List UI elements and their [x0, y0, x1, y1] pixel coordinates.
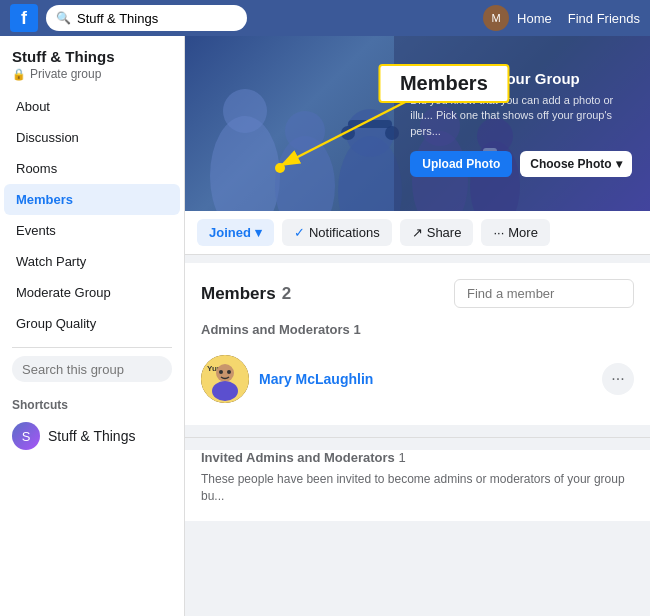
members-label-box: Members: [378, 64, 510, 103]
cover-text-overlay: Personalize Your Group Did you know that…: [394, 36, 650, 211]
group-subtitle: 🔒 Private group: [0, 67, 184, 91]
svg-point-22: [227, 370, 231, 374]
svg-point-21: [219, 370, 223, 374]
svg-point-20: [212, 381, 238, 401]
sidebar-item-moderate-group[interactable]: Moderate Group: [4, 277, 180, 308]
main-content: Members Personalize Your Group Did you k…: [185, 36, 650, 616]
sidebar-item-members[interactable]: Members: [4, 184, 180, 215]
member-name[interactable]: Mary McLaughlin: [259, 371, 373, 387]
members-count: 2: [282, 284, 291, 304]
invited-admins-title: Invited Admins and Moderators 1: [201, 450, 634, 465]
svg-point-1: [223, 89, 267, 133]
nav-links: Home Find Friends: [517, 11, 640, 26]
section-divider: [185, 437, 650, 438]
sidebar-item-rooms[interactable]: Rooms: [4, 153, 180, 184]
ellipsis-icon: ···: [493, 225, 504, 240]
checkmark-icon: ✓: [294, 225, 305, 240]
sidebar: Stuff & Things 🔒 Private group About Dis…: [0, 36, 185, 616]
members-section: Members 2 Admins and Moderators 1 Yup: [185, 263, 650, 425]
member-options-button[interactable]: ···: [602, 363, 634, 395]
member-item: Yup Mary McLaughlin ···: [201, 349, 634, 409]
home-link[interactable]: Home: [517, 11, 552, 26]
sidebar-item-watch-party[interactable]: Watch Party: [4, 246, 180, 277]
choose-photo-button[interactable]: Choose Photo ▾: [520, 151, 631, 177]
invited-section: Invited Admins and Moderators 1 These pe…: [185, 450, 650, 521]
svg-rect-6: [348, 120, 392, 128]
more-button[interactable]: ··· More: [481, 219, 549, 246]
group-title: Stuff & Things: [0, 48, 184, 67]
search-group-container[interactable]: 🔍: [12, 356, 172, 382]
svg-point-19: [216, 364, 234, 382]
find-friends-link[interactable]: Find Friends: [568, 11, 640, 26]
top-navigation: f 🔍 M Home Find Friends: [0, 0, 650, 36]
share-icon: ↗: [412, 225, 423, 240]
find-member-input[interactable]: [454, 279, 634, 308]
admins-subtitle: Admins and Moderators 1: [201, 322, 634, 337]
search-bar[interactable]: 🔍: [46, 5, 247, 31]
search-icon: 🔍: [56, 11, 71, 25]
svg-point-7: [341, 126, 355, 140]
action-bar: Joined ▾ ✓ Notifications ↗ Share ··· Mor…: [185, 211, 650, 255]
member-avatar: Yup: [201, 355, 249, 403]
search-group-input[interactable]: [22, 362, 185, 377]
notifications-button[interactable]: ✓ Notifications: [282, 219, 392, 246]
shortcut-item[interactable]: S Stuff & Things: [0, 416, 184, 456]
chevron-down-icon: ▾: [255, 225, 262, 240]
members-header: Members 2: [201, 279, 634, 308]
chevron-down-icon: ▾: [616, 157, 622, 171]
joined-button[interactable]: Joined ▾: [197, 219, 274, 246]
sidebar-item-events[interactable]: Events: [4, 215, 180, 246]
sidebar-item-discussion[interactable]: Discussion: [4, 122, 180, 153]
avatar[interactable]: M: [483, 5, 509, 31]
upload-photo-button[interactable]: Upload Photo: [410, 151, 512, 177]
members-title: Members: [201, 284, 276, 304]
svg-point-3: [285, 111, 325, 151]
facebook-logo: f: [10, 4, 38, 32]
shortcut-name: Stuff & Things: [48, 428, 135, 444]
shortcut-icon: S: [12, 422, 40, 450]
invited-description: These people have been invited to become…: [201, 471, 634, 505]
share-button[interactable]: ↗ Share: [400, 219, 474, 246]
sidebar-item-group-quality[interactable]: Group Quality: [4, 308, 180, 339]
sidebar-navigation: About Discussion Rooms Members Events Wa…: [0, 91, 184, 339]
search-input[interactable]: [77, 11, 237, 26]
cover-area: Members Personalize Your Group Did you k…: [185, 36, 650, 211]
sidebar-item-about[interactable]: About: [4, 91, 180, 122]
cover-buttons: Upload Photo Choose Photo ▾: [410, 151, 631, 177]
lock-icon: 🔒: [12, 68, 26, 81]
sidebar-divider: [12, 347, 172, 348]
shortcuts-label: Shortcuts: [0, 390, 184, 416]
